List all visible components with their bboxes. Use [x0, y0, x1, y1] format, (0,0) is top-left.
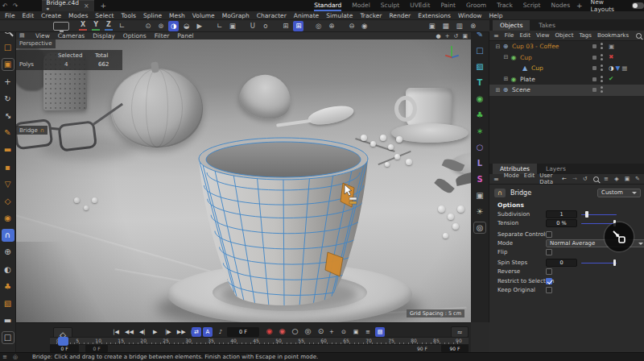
tension-value[interactable]: 0 % — [546, 219, 577, 227]
record-keyframe-button[interactable]: ◉ — [264, 326, 275, 337]
cube-primitive-icon[interactable]: ▧ — [473, 60, 486, 73]
attr-menu-item[interactable]: Edit — [524, 172, 535, 185]
record-position-button[interactable]: ◎ — [303, 326, 313, 337]
layout-tab[interactable]: UVEdit — [410, 0, 430, 11]
visibility-dots[interactable] — [599, 76, 605, 83]
menu-item[interactable]: File — [5, 12, 15, 19]
nav-orbit-icon[interactable]: ↺ — [454, 33, 459, 39]
edge-mode-icon[interactable]: ◇ — [2, 195, 14, 208]
next-key-button[interactable]: ▶▶ — [176, 327, 187, 337]
up-button[interactable]: ↺ — [581, 175, 589, 183]
viewport-grid-icon[interactable]: ▤ — [19, 33, 27, 39]
expand-toggle-icon[interactable]: ⊞ — [502, 76, 510, 82]
options-section-header[interactable]: Options — [497, 201, 524, 209]
layout-toggle[interactable] — [632, 2, 644, 9]
loop-mode-button[interactable]: ⇄ — [192, 327, 201, 337]
profile-spline-icon[interactable]: L — [473, 157, 486, 169]
layout-tab[interactable]: Sculpt — [381, 0, 399, 11]
render-team-icon[interactable]: ▥ — [454, 21, 464, 31]
document-tab[interactable]: Bridge.c4d * × — [42, 0, 94, 11]
viewport-menu-item[interactable]: Panel — [177, 32, 193, 39]
attr-menu-item[interactable]: User Data — [539, 172, 555, 185]
subdivision-surface-icon[interactable]: ◉ — [473, 93, 486, 105]
preset-dropdown[interactable]: Custom — [597, 189, 641, 197]
layout-tab[interactable]: Script — [523, 0, 541, 11]
menu-item[interactable]: Character — [257, 12, 287, 19]
bend-deformer-icon[interactable]: S — [473, 173, 486, 185]
render-region-icon[interactable]: □ — [2, 331, 14, 344]
rotate-tool-icon[interactable]: ↻ — [2, 93, 14, 106]
panel-tab[interactable]: Takes — [531, 20, 563, 31]
visibility-dots[interactable] — [599, 86, 605, 93]
polygon-mode-icon[interactable]: ◉ — [2, 212, 14, 225]
tree-item-cup-sds[interactable]: ⊟ ◉ Cup ✖ — [489, 52, 644, 64]
record-parameter-button[interactable]: ⊙ — [316, 326, 326, 337]
current-frame-field[interactable]: 0 F — [227, 327, 259, 337]
restrict-to-selection-checkbox[interactable] — [546, 278, 552, 284]
menu-item[interactable]: Window — [458, 12, 482, 19]
edited-cup-mesh[interactable] — [177, 135, 402, 322]
texture-mode-icon[interactable]: ◐ — [2, 263, 14, 276]
snap-enable-icon[interactable]: ⊙ — [142, 21, 153, 31]
menu-item[interactable]: Mesh — [169, 12, 185, 19]
workplane-lock-icon[interactable]: ∟ — [119, 22, 126, 30]
viewport-menu-item[interactable]: Filter — [155, 32, 170, 39]
om-menu-item[interactable]: Edit — [519, 32, 530, 39]
auto-snap-icon[interactable]: ◒ — [181, 21, 192, 31]
tree-item-cup-mesh[interactable]: ▲ Cup ◑ ▼ ▦ — [489, 63, 644, 74]
separate-controls-checkbox[interactable] — [546, 231, 552, 238]
axis-u-icon[interactable]: U — [247, 21, 258, 31]
menu-item[interactable]: Simulate — [326, 12, 353, 19]
search-icon[interactable] — [634, 31, 642, 39]
enabled-tag-icon[interactable]: ✔ — [609, 75, 613, 83]
visibility-dots[interactable] — [599, 43, 605, 50]
range-start-field-2[interactable]: 0 F — [85, 345, 108, 352]
bridge-tool-icon[interactable]: ∩ — [2, 229, 14, 242]
menu-item[interactable]: Tools — [122, 12, 136, 19]
subdivision-slider[interactable] — [581, 210, 617, 218]
nav-camera-icon[interactable]: ● — [436, 33, 441, 39]
menu-item[interactable]: Select — [95, 12, 114, 19]
solo-hierarchy-icon[interactable]: ⊖ — [346, 21, 357, 31]
layer-chip[interactable] — [592, 56, 597, 60]
spline-primitive-icon[interactable]: □ — [473, 44, 486, 56]
snap-modes-icon[interactable]: ⊚ — [155, 21, 166, 31]
subdivision-value[interactable]: 1 — [546, 210, 577, 218]
layout-monitor-icon[interactable] — [53, 22, 69, 31]
window-forward-icon[interactable]: ↷ — [10, 2, 21, 10]
om-menu-item[interactable]: Tags — [579, 32, 592, 39]
om-menu-item[interactable]: File — [505, 32, 514, 39]
close-tab-icon[interactable]: × — [84, 2, 89, 10]
keep-original-checkbox[interactable] — [546, 287, 552, 293]
play-button[interactable]: ▶ — [151, 327, 160, 337]
render-view-icon[interactable]: ▣ — [427, 21, 437, 31]
layout-tab[interactable]: Nodes — [551, 0, 570, 11]
tree-item-plate[interactable]: ⊞ ◉ Plate ✔ — [489, 74, 644, 85]
om-menu-item[interactable]: Object — [555, 32, 574, 39]
material-icon[interactable]: ◎ — [473, 222, 486, 234]
nav-pan-icon[interactable]: + — [445, 33, 450, 39]
keyframe-parameter-icon[interactable]: ≡ — [363, 327, 373, 337]
prev-key-button[interactable]: ◀◀ — [124, 327, 134, 337]
back-button[interactable]: ← — [560, 175, 568, 183]
layout-tab[interactable]: Track — [497, 0, 513, 11]
grid-icon[interactable]: ⊞ — [280, 21, 291, 31]
next-frame-button[interactable]: |▶ — [163, 327, 173, 337]
edge-pen-icon[interactable]: ▬ — [2, 143, 14, 156]
flip-checkbox[interactable] — [546, 249, 552, 255]
point-pen-icon[interactable]: ✎ — [2, 127, 14, 139]
fcurve-button[interactable]: ≈ — [451, 326, 469, 338]
camera-icon[interactable]: ▣ — [473, 189, 486, 201]
display-tag-icon[interactable]: ▣ — [609, 43, 614, 51]
layer-chip[interactable] — [592, 88, 597, 92]
viewport-menu-item[interactable]: Display — [93, 32, 115, 39]
viewport-menu-item[interactable]: View — [35, 32, 50, 39]
vertex-color-icon[interactable]: ♣ — [2, 280, 14, 293]
render-settings-icon[interactable]: ⊗ — [468, 21, 478, 31]
expand-toggle-icon[interactable]: ⊟ — [494, 44, 502, 50]
autokeying-button[interactable]: ◉ — [277, 326, 287, 337]
range-start-field[interactable]: 0 F — [50, 345, 79, 352]
menu-item[interactable]: Tracker — [360, 12, 382, 19]
viewport-solo-icon[interactable]: ◎ — [313, 21, 324, 31]
keyframe-rotation-icon[interactable]: ▣ — [351, 327, 361, 337]
